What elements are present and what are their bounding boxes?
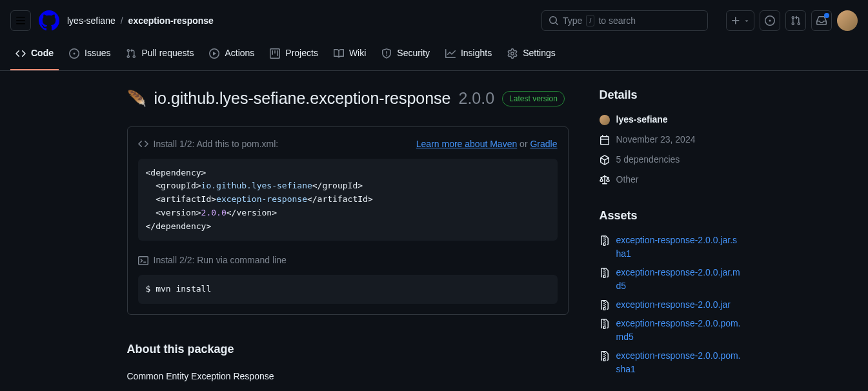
asset-link[interactable]: exception-response-2.0.0.jar.md5 bbox=[616, 266, 742, 293]
latest-version-badge: Latest version bbox=[502, 91, 565, 106]
details-heading: Details bbox=[600, 86, 742, 104]
asset-item: exception-response-2.0.0.jar bbox=[600, 298, 742, 312]
terminal-icon bbox=[138, 256, 148, 266]
code-icon bbox=[15, 48, 26, 59]
notifications-button[interactable] bbox=[811, 10, 832, 31]
file-zip-icon bbox=[600, 268, 610, 278]
tab-insights[interactable]: Insights bbox=[440, 41, 497, 70]
project-icon bbox=[270, 48, 280, 59]
search-icon bbox=[549, 15, 559, 26]
breadcrumb-repo[interactable]: exception-response bbox=[128, 14, 214, 28]
tab-projects[interactable]: Projects bbox=[265, 41, 323, 70]
shield-icon bbox=[381, 48, 392, 59]
play-icon bbox=[209, 48, 219, 59]
notification-dot bbox=[824, 13, 829, 18]
assets-heading: Assets bbox=[600, 207, 742, 225]
search-kbd: / bbox=[586, 15, 594, 27]
gradle-link[interactable]: Gradle bbox=[530, 139, 557, 149]
pr-icon bbox=[126, 48, 136, 59]
tab-code[interactable]: Code bbox=[10, 41, 59, 70]
book-icon bbox=[334, 48, 344, 59]
tab-pull-requests[interactable]: Pull requests bbox=[121, 41, 199, 70]
author-link[interactable]: lyes-sefiane bbox=[616, 113, 668, 126]
issue-icon bbox=[69, 48, 79, 59]
breadcrumb-owner[interactable]: lyes-sefiane bbox=[67, 14, 116, 28]
asset-link[interactable]: exception-response-2.0.0.jar bbox=[616, 298, 731, 312]
file-zip-icon bbox=[600, 351, 610, 361]
create-menu-button[interactable] bbox=[726, 10, 754, 31]
dot-circle-icon bbox=[765, 15, 775, 26]
file-zip-icon bbox=[600, 236, 610, 246]
search-input[interactable]: Type / to search bbox=[541, 10, 708, 31]
tab-wiki[interactable]: Wiki bbox=[328, 41, 371, 70]
search-suffix: to search bbox=[598, 14, 636, 28]
gear-icon bbox=[507, 48, 518, 59]
hamburger-icon bbox=[15, 15, 26, 26]
github-icon bbox=[39, 10, 59, 31]
about-description: Common Entity Exception Response bbox=[127, 370, 569, 383]
git-pull-request-icon bbox=[791, 15, 801, 26]
tab-issues[interactable]: Issues bbox=[64, 41, 116, 70]
package-version: 2.0.0 bbox=[459, 86, 495, 111]
breadcrumb: lyes-sefiane / exception-response bbox=[67, 14, 214, 28]
pull-requests-button[interactable] bbox=[785, 10, 806, 31]
learn-maven-link[interactable]: Learn more about Maven bbox=[416, 139, 517, 149]
asset-item: exception-response-2.0.0.jar.sha1 bbox=[600, 234, 742, 261]
asset-item: exception-response-2.0.0.pom.md5 bbox=[600, 317, 742, 344]
plus-icon bbox=[731, 15, 741, 26]
license-text: Other bbox=[616, 173, 639, 186]
calendar-icon bbox=[600, 135, 610, 145]
package-type-icon: 🪶 bbox=[127, 87, 146, 110]
install-box: Install 1/2: Add this to pom.xml: Learn … bbox=[127, 126, 569, 316]
tab-security[interactable]: Security bbox=[376, 41, 435, 70]
issues-button[interactable] bbox=[760, 10, 780, 31]
tab-settings[interactable]: Settings bbox=[502, 41, 561, 70]
file-zip-icon bbox=[600, 300, 610, 310]
date-text: November 23, 2024 bbox=[616, 133, 696, 146]
graph-icon bbox=[445, 48, 456, 59]
author-avatar[interactable] bbox=[600, 115, 610, 125]
package-name: io.github.lyes-sefiane.exception-respons… bbox=[154, 86, 451, 111]
cmd-code-block[interactable]: $ mvn install bbox=[138, 275, 558, 304]
asset-item: exception-response-2.0.0.jar.md5 bbox=[600, 266, 742, 293]
chevron-down-icon bbox=[743, 17, 750, 24]
breadcrumb-separator: / bbox=[121, 14, 123, 28]
hamburger-menu-button[interactable] bbox=[10, 10, 31, 31]
file-zip-icon bbox=[600, 319, 610, 329]
asset-item: exception-response-2.0.0.pom.sha1 bbox=[600, 349, 742, 376]
deps-text: 5 dependencies bbox=[616, 153, 680, 166]
search-placeholder: Type bbox=[563, 14, 582, 28]
tab-actions[interactable]: Actions bbox=[204, 41, 259, 70]
about-heading: About this package bbox=[127, 341, 569, 358]
pom-code-block[interactable]: <dependency> <groupId>io.github.lyes-sef… bbox=[138, 159, 558, 241]
install-step1-label: Install 1/2: Add this to pom.xml: bbox=[154, 137, 279, 151]
install-step2-label: Install 2/2: Run via command line bbox=[154, 254, 287, 267]
asset-link[interactable]: exception-response-2.0.0.pom.md5 bbox=[616, 317, 742, 344]
or-text: or bbox=[517, 139, 530, 149]
asset-link[interactable]: exception-response-2.0.0.pom.sha1 bbox=[616, 349, 742, 376]
asset-link[interactable]: exception-response-2.0.0.jar.sha1 bbox=[616, 234, 742, 261]
law-icon bbox=[600, 175, 610, 185]
avatar[interactable] bbox=[837, 10, 858, 31]
code-icon bbox=[138, 139, 148, 149]
package-icon bbox=[600, 155, 610, 165]
github-logo[interactable] bbox=[39, 10, 59, 31]
